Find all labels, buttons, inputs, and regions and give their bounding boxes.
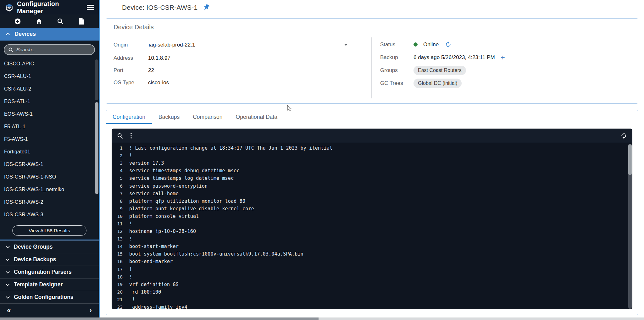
- groups-row: Groups East Coast Routers: [380, 64, 632, 77]
- device-search-box: [4, 44, 95, 55]
- line-number: 16: [112, 259, 129, 264]
- code-line: 4 service timestamps debug datetime msec: [112, 167, 632, 174]
- line-number: 13: [112, 236, 129, 241]
- editor-menu-icon[interactable]: [130, 133, 132, 139]
- sidebar-section[interactable]: Device Backups: [0, 253, 99, 266]
- gc-trees-label: GC Trees: [380, 80, 414, 86]
- gc-tree-chip[interactable]: Global DC (initial): [414, 79, 462, 88]
- add-backup-icon[interactable]: +: [501, 54, 505, 61]
- line-number: 12: [112, 229, 129, 234]
- device-list-item[interactable]: IOS-CSR-AWS-1: [0, 158, 99, 171]
- home-icon[interactable]: [36, 18, 42, 25]
- line-text: boot system bootflash:csr1000v-universal…: [129, 251, 303, 257]
- editor-body[interactable]: 1 ! Last configuration change at 18:34:1…: [112, 143, 632, 309]
- line-text: ! Last configuration change at 18:34:17 …: [129, 145, 332, 151]
- port-row: Port 22: [114, 64, 371, 76]
- line-number: 22: [112, 305, 129, 309]
- sidebar-section-devices[interactable]: Devices: [0, 28, 99, 41]
- device-list-item[interactable]: IOS-CSR-AWS-1-NSO: [0, 171, 99, 183]
- search-icon[interactable]: [57, 18, 64, 25]
- group-chip[interactable]: East Coast Routers: [414, 66, 466, 75]
- sidebar-section-label: Golden Configurations: [14, 294, 74, 301]
- status-online-dot: [414, 42, 418, 47]
- line-text: platform qfp utilization monitor load 80: [129, 198, 245, 204]
- port-value: 22: [148, 67, 154, 74]
- refresh-status-icon[interactable]: [445, 41, 452, 48]
- address-label: Address: [114, 55, 148, 61]
- device-list-item[interactable]: CSR-ALU-1: [0, 70, 99, 83]
- device-list-item[interactable]: F5-AWS-1: [0, 133, 99, 146]
- line-number: 1: [112, 146, 129, 151]
- details-left-column: Origin iag-selab-prod-22.1 Address 10.1.…: [114, 37, 371, 98]
- line-number: 20: [112, 290, 129, 295]
- device-list-item[interactable]: EOS-AWS-1: [0, 108, 99, 120]
- editor-scrollbar-thumb[interactable]: [628, 144, 632, 175]
- code-line: 2 !: [112, 152, 632, 159]
- code-line: 9 platform punt-keepalive disable-kernel…: [112, 205, 632, 212]
- backup-row: Backup 6 days ago 5/26/2023, 4:23:11 PM …: [380, 51, 632, 64]
- search-icon: [8, 47, 14, 52]
- view-all-results-button[interactable]: View All 58 Results: [12, 225, 86, 236]
- line-text: !: [129, 297, 135, 302]
- line-number: 11: [112, 221, 129, 226]
- sidebar-section[interactable]: Golden Configurations: [0, 291, 99, 303]
- page-horizontal-scrollbar-thumb[interactable]: [0, 317, 319, 320]
- editor-sync-icon[interactable]: [620, 132, 627, 139]
- search-input[interactable]: [16, 47, 91, 52]
- sidebar-scrollbar-track[interactable]: [95, 59, 98, 100]
- tab[interactable]: Backups: [152, 110, 186, 124]
- configuration-panel: Configuration Backups Comparison Operati…: [106, 110, 638, 315]
- add-icon[interactable]: [14, 18, 21, 25]
- sidebar: Configuration Manager Devices: [0, 0, 100, 317]
- code-line: 6 service password-encryption: [112, 182, 632, 190]
- origin-label: Origin: [114, 42, 148, 48]
- device-list-item[interactable]: IOS-CSR-AWS-3: [0, 208, 99, 221]
- line-number: 8: [112, 199, 129, 204]
- line-number: 4: [112, 168, 129, 173]
- editor-toolbar: [112, 129, 632, 143]
- itential-logo-icon: [4, 3, 14, 12]
- view-all-wrap: View All 58 Results: [0, 221, 99, 240]
- origin-row: Origin iag-selab-prod-22.1: [114, 38, 371, 52]
- device-list-item[interactable]: Fortigate01: [0, 146, 99, 158]
- line-text: boot-end-marker: [129, 259, 173, 264]
- config-editor: 1 ! Last configuration change at 18:34:1…: [112, 129, 632, 309]
- code-line: 3 version 17.3: [112, 159, 632, 167]
- sidebar-section[interactable]: Template Designer: [0, 278, 99, 291]
- document-icon[interactable]: [78, 18, 85, 25]
- line-text: platform punt-keepalive disable-kernel-c…: [129, 206, 254, 212]
- groups-label: Groups: [380, 67, 414, 74]
- status-row: Status Online: [380, 38, 632, 51]
- origin-select[interactable]: iag-selab-prod-22.1: [148, 40, 351, 50]
- device-list-item[interactable]: EOS-ATL-1: [0, 95, 99, 108]
- main-content: Device: IOS-CSR-AWS-1 Device Details Ori…: [101, 0, 644, 317]
- pin-icon[interactable]: [203, 4, 210, 11]
- device-list-item[interactable]: CISCO-APIC: [0, 58, 99, 70]
- line-text: version 17.3: [129, 160, 164, 166]
- line-number: 9: [112, 206, 129, 211]
- os-type-label: OS Type: [114, 80, 148, 86]
- collapse-sidebar-icon[interactable]: «: [7, 307, 11, 314]
- line-text: !: [129, 221, 132, 227]
- os-type-row: OS Type cisco-ios: [114, 76, 371, 89]
- editor-search-icon[interactable]: [117, 133, 123, 139]
- sidebar-section[interactable]: Configuration Parsers: [0, 266, 99, 278]
- tab[interactable]: Comparison: [186, 110, 229, 124]
- device-list-item[interactable]: CSR-ALU-2: [0, 83, 99, 95]
- sidebar-section[interactable]: Device Groups: [0, 240, 99, 253]
- sidebar-section-label: Configuration Parsers: [14, 269, 72, 275]
- code-line: 10 platform console virtual: [112, 212, 632, 220]
- tab[interactable]: Operational Data: [229, 110, 284, 124]
- line-text: service timestamps debug datetime msec: [129, 168, 240, 174]
- device-list-item[interactable]: F5-ATL-1: [0, 120, 99, 133]
- expand-sidebar-icon[interactable]: ›: [90, 307, 92, 314]
- line-text: hostname ip-10-0-28-160: [129, 229, 196, 234]
- code-line: 15 boot system bootflash:csr1000v-univer…: [112, 250, 632, 258]
- hamburger-menu-icon[interactable]: [87, 5, 94, 10]
- device-list-item[interactable]: IOS-CSR-AWS-1_netmiko: [0, 183, 99, 196]
- page-horizontal-scrollbar[interactable]: [0, 317, 644, 320]
- sidebar-scrollbar-thumb[interactable]: [95, 102, 98, 194]
- device-list-item[interactable]: IOS-CSR-AWS-2: [0, 196, 99, 208]
- chevron-down-icon: [5, 245, 10, 249]
- tab[interactable]: Configuration: [106, 110, 152, 124]
